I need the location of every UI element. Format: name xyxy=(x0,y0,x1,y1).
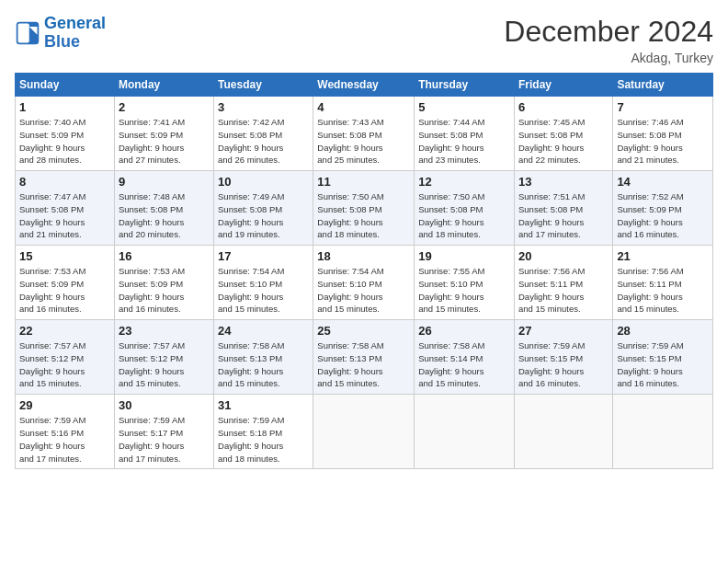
day-number: 15 xyxy=(19,249,110,263)
day-info: Sunrise: 7:40 AM Sunset: 5:09 PM Dayligh… xyxy=(19,116,110,167)
day-number: 8 xyxy=(19,175,110,189)
day-number: 18 xyxy=(317,249,410,263)
calendar-cell xyxy=(514,395,612,469)
day-info: Sunrise: 7:53 AM Sunset: 5:09 PM Dayligh… xyxy=(19,265,110,316)
calendar-cell: 24Sunrise: 7:58 AM Sunset: 5:13 PM Dayli… xyxy=(214,320,313,395)
day-number: 3 xyxy=(218,100,309,114)
calendar-cell: 27Sunrise: 7:59 AM Sunset: 5:15 PM Dayli… xyxy=(514,320,612,395)
day-info: Sunrise: 7:58 AM Sunset: 5:14 PM Dayligh… xyxy=(418,339,510,390)
calendar-week-row: 22Sunrise: 7:57 AM Sunset: 5:12 PM Dayli… xyxy=(16,320,713,395)
page-header: General Blue December 2024 Akdag, Turkey xyxy=(15,15,713,65)
day-number: 9 xyxy=(119,175,210,189)
location-subtitle: Akdag, Turkey xyxy=(504,51,713,65)
day-number: 7 xyxy=(617,100,709,114)
calendar-cell: 17Sunrise: 7:54 AM Sunset: 5:10 PM Dayli… xyxy=(214,246,313,320)
day-info: Sunrise: 7:59 AM Sunset: 5:15 PM Dayligh… xyxy=(518,339,609,390)
day-number: 28 xyxy=(617,324,709,338)
calendar-header-day: Tuesday xyxy=(214,74,313,97)
calendar-cell: 20Sunrise: 7:56 AM Sunset: 5:11 PM Dayli… xyxy=(514,246,612,320)
calendar-header-day: Monday xyxy=(114,74,213,97)
calendar-week-row: 15Sunrise: 7:53 AM Sunset: 5:09 PM Dayli… xyxy=(16,246,713,320)
logo-line2: Blue xyxy=(44,32,80,51)
calendar-cell: 25Sunrise: 7:58 AM Sunset: 5:13 PM Dayli… xyxy=(313,320,415,395)
calendar-body: 1Sunrise: 7:40 AM Sunset: 5:09 PM Daylig… xyxy=(16,97,713,469)
calendar-cell: 31Sunrise: 7:59 AM Sunset: 5:18 PM Dayli… xyxy=(214,395,313,469)
day-info: Sunrise: 7:57 AM Sunset: 5:12 PM Dayligh… xyxy=(119,339,210,390)
day-info: Sunrise: 7:59 AM Sunset: 5:15 PM Dayligh… xyxy=(617,339,709,390)
day-number: 22 xyxy=(19,324,110,338)
calendar-cell xyxy=(613,395,713,469)
day-info: Sunrise: 7:58 AM Sunset: 5:13 PM Dayligh… xyxy=(218,339,309,390)
calendar-header-row: SundayMondayTuesdayWednesdayThursdayFrid… xyxy=(16,74,713,97)
day-info: Sunrise: 7:59 AM Sunset: 5:16 PM Dayligh… xyxy=(19,414,110,465)
day-info: Sunrise: 7:50 AM Sunset: 5:08 PM Dayligh… xyxy=(418,190,510,241)
day-number: 26 xyxy=(418,324,510,338)
calendar-header-day: Sunday xyxy=(16,74,115,97)
day-info: Sunrise: 7:58 AM Sunset: 5:13 PM Dayligh… xyxy=(317,339,410,390)
day-info: Sunrise: 7:52 AM Sunset: 5:09 PM Dayligh… xyxy=(617,190,709,241)
day-info: Sunrise: 7:57 AM Sunset: 5:12 PM Dayligh… xyxy=(19,339,110,390)
day-number: 17 xyxy=(218,249,309,263)
calendar-cell: 1Sunrise: 7:40 AM Sunset: 5:09 PM Daylig… xyxy=(16,97,115,171)
calendar-header-day: Thursday xyxy=(415,74,515,97)
calendar-cell: 10Sunrise: 7:49 AM Sunset: 5:08 PM Dayli… xyxy=(214,171,313,246)
calendar-cell: 23Sunrise: 7:57 AM Sunset: 5:12 PM Dayli… xyxy=(114,320,213,395)
calendar-cell: 13Sunrise: 7:51 AM Sunset: 5:08 PM Dayli… xyxy=(514,171,612,246)
day-number: 13 xyxy=(518,175,609,189)
calendar-table: SundayMondayTuesdayWednesdayThursdayFrid… xyxy=(15,73,713,469)
day-info: Sunrise: 7:43 AM Sunset: 5:08 PM Dayligh… xyxy=(317,116,410,167)
day-info: Sunrise: 7:59 AM Sunset: 5:17 PM Dayligh… xyxy=(119,414,210,465)
title-block: December 2024 Akdag, Turkey xyxy=(504,15,713,65)
day-info: Sunrise: 7:42 AM Sunset: 5:08 PM Dayligh… xyxy=(218,116,309,167)
calendar-cell xyxy=(313,395,415,469)
calendar-cell xyxy=(415,395,515,469)
day-info: Sunrise: 7:51 AM Sunset: 5:08 PM Dayligh… xyxy=(518,190,609,241)
day-number: 25 xyxy=(317,324,410,338)
calendar-cell: 7Sunrise: 7:46 AM Sunset: 5:08 PM Daylig… xyxy=(613,97,713,171)
calendar-cell: 14Sunrise: 7:52 AM Sunset: 5:09 PM Dayli… xyxy=(613,171,713,246)
logo-icon xyxy=(15,20,40,46)
day-number: 20 xyxy=(518,249,609,263)
day-info: Sunrise: 7:56 AM Sunset: 5:11 PM Dayligh… xyxy=(617,265,709,316)
calendar-cell: 12Sunrise: 7:50 AM Sunset: 5:08 PM Dayli… xyxy=(415,171,515,246)
day-info: Sunrise: 7:56 AM Sunset: 5:11 PM Dayligh… xyxy=(518,265,609,316)
day-number: 23 xyxy=(119,324,210,338)
day-info: Sunrise: 7:50 AM Sunset: 5:08 PM Dayligh… xyxy=(317,190,410,241)
day-info: Sunrise: 7:46 AM Sunset: 5:08 PM Dayligh… xyxy=(617,116,709,167)
day-info: Sunrise: 7:41 AM Sunset: 5:09 PM Dayligh… xyxy=(119,116,210,167)
day-number: 6 xyxy=(518,100,609,114)
day-number: 24 xyxy=(218,324,309,338)
calendar-week-row: 1Sunrise: 7:40 AM Sunset: 5:09 PM Daylig… xyxy=(16,97,713,171)
day-number: 11 xyxy=(317,175,410,189)
day-info: Sunrise: 7:55 AM Sunset: 5:10 PM Dayligh… xyxy=(418,265,510,316)
day-number: 4 xyxy=(317,100,410,114)
calendar-cell: 11Sunrise: 7:50 AM Sunset: 5:08 PM Dayli… xyxy=(313,171,415,246)
calendar-cell: 5Sunrise: 7:44 AM Sunset: 5:08 PM Daylig… xyxy=(415,97,515,171)
day-info: Sunrise: 7:48 AM Sunset: 5:08 PM Dayligh… xyxy=(119,190,210,241)
calendar-header-day: Saturday xyxy=(613,74,713,97)
day-info: Sunrise: 7:47 AM Sunset: 5:08 PM Dayligh… xyxy=(19,190,110,241)
calendar-cell: 9Sunrise: 7:48 AM Sunset: 5:08 PM Daylig… xyxy=(114,171,213,246)
day-number: 29 xyxy=(19,398,110,412)
calendar-cell: 18Sunrise: 7:54 AM Sunset: 5:10 PM Dayli… xyxy=(313,246,415,320)
day-number: 2 xyxy=(119,100,210,114)
day-number: 21 xyxy=(617,249,709,263)
day-number: 1 xyxy=(19,100,110,114)
day-info: Sunrise: 7:54 AM Sunset: 5:10 PM Dayligh… xyxy=(317,265,410,316)
day-number: 16 xyxy=(119,249,210,263)
calendar-cell: 8Sunrise: 7:47 AM Sunset: 5:08 PM Daylig… xyxy=(16,171,115,246)
calendar-cell: 29Sunrise: 7:59 AM Sunset: 5:16 PM Dayli… xyxy=(16,395,115,469)
calendar-cell: 28Sunrise: 7:59 AM Sunset: 5:15 PM Dayli… xyxy=(613,320,713,395)
calendar-cell: 30Sunrise: 7:59 AM Sunset: 5:17 PM Dayli… xyxy=(114,395,213,469)
calendar-cell: 4Sunrise: 7:43 AM Sunset: 5:08 PM Daylig… xyxy=(313,97,415,171)
calendar-cell: 22Sunrise: 7:57 AM Sunset: 5:12 PM Dayli… xyxy=(16,320,115,395)
day-number: 14 xyxy=(617,175,709,189)
calendar-week-row: 29Sunrise: 7:59 AM Sunset: 5:16 PM Dayli… xyxy=(16,395,713,469)
day-info: Sunrise: 7:44 AM Sunset: 5:08 PM Dayligh… xyxy=(418,116,510,167)
day-number: 19 xyxy=(418,249,510,263)
svg-rect-2 xyxy=(18,23,29,42)
day-info: Sunrise: 7:49 AM Sunset: 5:08 PM Dayligh… xyxy=(218,190,309,241)
calendar-cell: 2Sunrise: 7:41 AM Sunset: 5:09 PM Daylig… xyxy=(114,97,213,171)
day-number: 10 xyxy=(218,175,309,189)
calendar-cell: 6Sunrise: 7:45 AM Sunset: 5:08 PM Daylig… xyxy=(514,97,612,171)
